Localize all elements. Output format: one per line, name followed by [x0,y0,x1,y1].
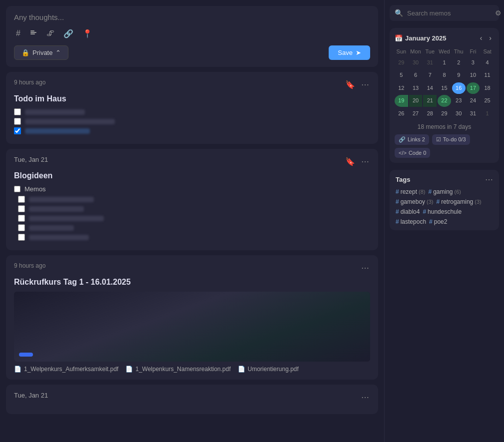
cal-day-10[interactable]: 10 [467,69,480,81]
cal-day-1-feb[interactable]: 1 [481,108,494,119]
cal-day-18[interactable]: 18 [481,82,494,94]
paperclip-icon[interactable]: 🖇 [44,28,56,39]
more-button-bottom[interactable]: ⋯ [360,392,370,403]
cal-day-29-dec[interactable]: 29 [395,57,408,68]
search-bar[interactable]: 🔍 ⚙ [390,5,499,21]
item-text-1 [25,109,85,115]
image-inner [14,292,370,362]
calendar-quick-tags: 🔗 Links 2 ☑ To-do 0/3 </> Code 0 [395,134,494,158]
cal-day-30-dec[interactable]: 30 [409,57,423,68]
cal-day-22[interactable]: 22 [438,95,451,106]
cal-day-12[interactable]: 12 [395,82,408,94]
cal-day-6[interactable]: 6 [409,69,423,81]
tag-name: gameboy [401,198,425,205]
links-tag[interactable]: 🔗 Links 2 [395,134,429,145]
tag-gaming[interactable]: # gaming (6) [429,188,462,195]
todo-tag[interactable]: ☑ To-do 0/3 [432,134,470,145]
tag-diablo4[interactable]: # diablo4 [396,208,420,215]
edit-icon[interactable] [27,27,39,39]
checkbox-1[interactable] [14,108,21,115]
cal-day-20[interactable]: 20 [409,95,423,106]
sub-cb-4[interactable] [18,224,25,231]
cal-day-16[interactable]: 16 [452,82,466,94]
code-tag-label: Code 0 [409,150,426,156]
location-icon[interactable]: 📍 [80,28,94,39]
memo-header-rueckruf: 9 hours ago ⋯ [14,262,370,274]
cal-day-23[interactable]: 23 [452,95,466,106]
cal-day-21[interactable]: 21 [423,95,437,106]
sub-cb-1[interactable] [18,196,25,203]
tag-name: diablo4 [401,208,420,215]
sub-cb-5[interactable] [18,234,25,241]
cal-day-7[interactable]: 7 [423,69,437,81]
sub-cb-3[interactable] [18,215,25,222]
memo-header-blogideen: Tue, Jan 21 🔖 ⋯ [14,156,370,167]
attachment-2[interactable]: 📄 1_Welpenkurs_Namensreaktion.pdf [125,366,231,373]
cal-day-31[interactable]: 31 [467,108,480,119]
tag-rezept[interactable]: # rezept (8) [396,188,426,195]
hashtag-icon[interactable]: # [14,28,22,39]
cal-day-15[interactable]: 15 [438,82,451,94]
compose-footer: 🔒 Private ⌃ Save ➤ [14,45,370,60]
cal-day-4[interactable]: 4 [481,57,494,68]
save-button[interactable]: Save ➤ [329,45,370,60]
tag-retrogaming[interactable]: # retrogaming (3) [437,198,482,205]
cal-day-30[interactable]: 30 [452,108,466,119]
cal-day-17[interactable]: 17 [467,82,480,94]
sub-list-item-1 [18,196,370,203]
cal-day-27[interactable]: 27 [409,108,423,119]
cal-day-29[interactable]: 29 [438,108,451,119]
prev-month-button[interactable]: ‹ [478,33,485,43]
tag-gameboy[interactable]: # gameboy (3) [396,198,434,205]
cal-day-11[interactable]: 11 [481,69,494,81]
checklist-item-3 [14,127,370,134]
cal-day-5[interactable]: 5 [395,69,408,81]
sub-cb-2[interactable] [18,205,25,212]
bookmark-button-blogideen[interactable]: 🔖 [344,156,356,167]
link-icon[interactable]: 🔗 [61,28,75,39]
cal-day-26[interactable]: 26 [395,108,408,119]
cal-day-3[interactable]: 3 [467,57,480,68]
cal-day-14[interactable]: 14 [423,82,437,94]
bookmark-button[interactable]: 🔖 [344,79,356,90]
todo-tag-icon: ☑ [436,136,441,143]
cal-day-24[interactable]: 24 [467,95,480,106]
more-button-blogideen[interactable]: ⋯ [360,156,370,167]
cal-day-13[interactable]: 13 [409,82,423,94]
filter-icon[interactable]: ⚙ [495,9,502,17]
cal-day-2[interactable]: 2 [452,57,466,68]
calendar-stats: 18 memos in 7 days [395,123,494,130]
tag-hundeschule[interactable]: # hundeschule [423,208,462,215]
attachment-3[interactable]: 📄 Umorientierung.pdf [238,366,299,373]
more-button-rueckruf[interactable]: ⋯ [360,262,370,274]
day-header-thu: Thu [452,47,466,56]
main-content-area: Any thoughts... # 🖇 🔗 📍 🔒 Private ⌃ Save… [0,0,384,442]
tags-more-button[interactable]: ⋯ [485,175,493,184]
checkbox-2[interactable] [14,118,21,125]
cal-day-9[interactable]: 9 [452,69,466,81]
calendar-header: 📅 January 2025 ‹ › [395,33,494,43]
tag-hash-icon: # [396,188,399,195]
sub-checkbox[interactable] [14,186,20,192]
cal-day-19[interactable]: 19 [395,95,408,106]
links-tag-label: Links 2 [408,136,425,142]
tag-lastepoch[interactable]: # lastepoch [396,218,426,225]
tag-count: (6) [455,189,461,195]
attachment-1[interactable]: 📄 1_Welpenkurs_Aufmerksamkeit.pdf [14,366,118,373]
tag-name: retrogaming [441,198,473,205]
code-tag[interactable]: </> Code 0 [395,148,430,158]
search-input[interactable] [407,9,491,17]
memo-card-rueckrufkurs: 9 hours ago ⋯ Rückrufkurs Tag 1 - 16.01.… [6,255,378,380]
cal-day-1[interactable]: 1 [438,57,451,68]
tag-poe2[interactable]: # poe2 [429,218,447,225]
privacy-button[interactable]: 🔒 Private ⌃ [14,45,68,60]
cal-day-28[interactable]: 28 [423,108,437,119]
cal-day-31-dec[interactable]: 31 [423,57,437,68]
cal-day-8[interactable]: 8 [438,69,451,81]
memo-time-rueckruf: 9 hours ago [14,262,45,269]
more-button[interactable]: ⋯ [360,79,370,90]
next-month-button[interactable]: › [487,33,494,43]
cal-day-25[interactable]: 25 [481,95,494,106]
code-tag-icon: </> [399,150,407,156]
checkbox-3[interactable] [14,127,21,134]
